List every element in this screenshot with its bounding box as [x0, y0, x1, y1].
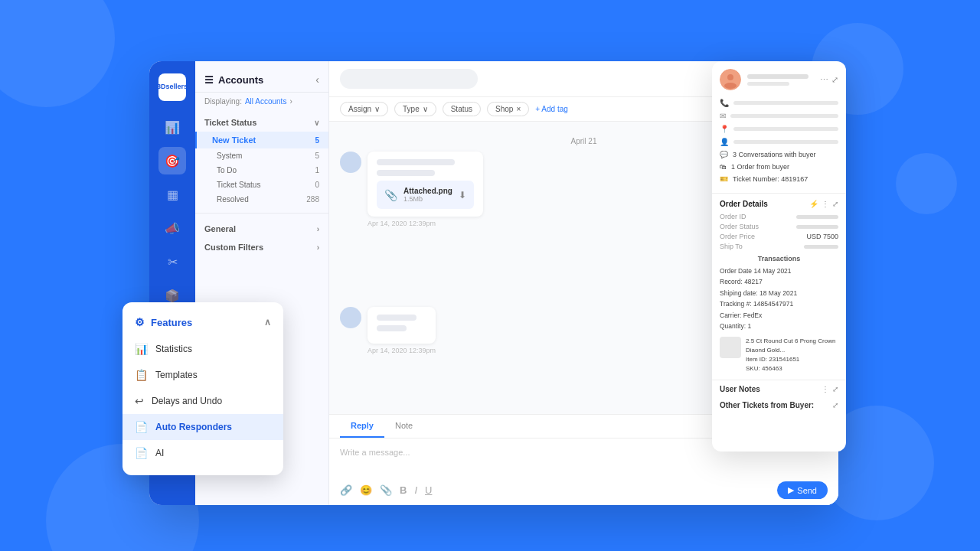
chevron-right-icon: › [317, 225, 319, 233]
reply-toolbar-icons: 🔗 😊 📎 B I U [340, 484, 432, 496]
contact-orders: 🛍 1 Order from buyer [720, 161, 838, 173]
bold-icon[interactable]: B [400, 484, 407, 496]
other-tickets-title: Other Tickets from Buyer: [720, 401, 814, 409]
ticket-icon: 🎫 [720, 175, 728, 183]
email-icon: ✉ [720, 112, 726, 120]
general-header[interactable]: General › [195, 220, 328, 238]
lightning-icon[interactable]: ⚡ [809, 200, 818, 208]
order-details-section: Order Details ⚡ ⋮ ⤢ Order ID Order Statu… [712, 194, 846, 380]
attachment-size: 1.5Mb [403, 195, 452, 203]
tab-note[interactable]: Note [384, 415, 423, 438]
feature-item-templates[interactable]: 📋 Templates [122, 362, 283, 388]
chevron-right-icon-2: › [317, 243, 319, 252]
sidebar-icon-table[interactable]: ▦ [158, 181, 186, 208]
features-chevron-icon[interactable]: ∧ [264, 317, 271, 328]
expand-icon[interactable]: ⤢ [831, 75, 838, 85]
close-icon-shop[interactable]: × [516, 105, 521, 113]
ticket-sub-todo[interactable]: To Do 1 [195, 163, 328, 178]
all-accounts-link[interactable]: All Accounts [245, 97, 286, 106]
contact-icons: ⋯ ⤢ [820, 75, 838, 85]
download-icon[interactable]: ⬇ [459, 190, 466, 201]
accounts-displaying: Displaying: All Accounts › [195, 93, 328, 110]
sidebar-icon-target[interactable]: 🎯 [158, 147, 186, 174]
contact-sub [747, 82, 789, 86]
ticket-sub-resolved[interactable]: Resolved 288 [195, 192, 328, 207]
accounts-icon: ☰ [204, 74, 214, 86]
sidebar-icon-megaphone[interactable]: 📣 [158, 214, 186, 242]
other-tickets-section: Other Tickets from Buyer: ⤢ [712, 398, 846, 412]
contact-name [747, 74, 808, 79]
product-thumbnail [720, 337, 741, 358]
status-filter[interactable]: Status [443, 102, 481, 116]
features-header: ⚙ Features ∧ [122, 311, 283, 336]
contact-person-row: 👤 [720, 135, 838, 148]
order-status-row: Order Status [720, 223, 838, 230]
assign-filter[interactable]: Assign ∨ [340, 102, 388, 116]
features-dropdown: ⚙ Features ∧ 📊 Statistics 📋 Templates ↩ … [122, 302, 283, 475]
user-notes-section: User Notes ⋮ ⤢ [712, 380, 846, 398]
general-section: General › Custom Filters › [195, 217, 328, 259]
italic-icon[interactable]: I [414, 484, 417, 496]
transactions-title: Transactions [720, 255, 838, 262]
attachment-name: Attached.png [403, 187, 452, 195]
order-id-row: Order ID [720, 213, 838, 220]
message-content-line [377, 315, 416, 321]
collapse-button[interactable]: ‹ [315, 73, 319, 86]
emoji-icon[interactable]: 😊 [360, 484, 372, 496]
other-tickets-expand[interactable]: ⤢ [832, 401, 838, 409]
contact-ticket-number: 🎫 Ticket Number: 4819167 [720, 173, 838, 185]
feature-item-statistics[interactable]: 📊 Statistics [122, 336, 283, 362]
underline-icon[interactable]: U [425, 484, 432, 496]
ticket-sub-system[interactable]: System 5 [195, 148, 328, 163]
accounts-title: ☰ Accounts [204, 74, 263, 86]
user-notes-title: User Notes [720, 385, 760, 393]
message-time: Apr 14, 2020 12:39pm [368, 347, 436, 354]
add-tag-button[interactable]: + Add tag [535, 105, 568, 113]
product-info: 2.5 Ct Round Cut 6 Prong Crown Diaond Go… [746, 337, 838, 373]
attachment-box: 📎 Attached.png 1.5Mb ⬇ [377, 181, 474, 209]
sidebar-icon-tools[interactable]: ✂ [158, 248, 186, 276]
feature-item-ai[interactable]: 📄 AI [122, 440, 283, 466]
product-row: 2.5 Ct Round Cut 6 Prong Crown Diaond Go… [720, 337, 838, 373]
delays-icon: ↩ [135, 395, 144, 407]
app-logo: 3Dsellers [158, 73, 186, 101]
templates-icon: 📋 [135, 369, 148, 381]
features-icon: ⚙ [135, 316, 145, 328]
search-bar[interactable] [340, 69, 478, 89]
message-content-line [377, 325, 407, 331]
reply-toolbar: 🔗 😊 📎 B I U ▶ Send [329, 477, 838, 505]
type-filter[interactable]: Type ∨ [394, 102, 436, 116]
expand-icon-2[interactable]: ⤢ [832, 200, 838, 208]
accounts-header: ☰ Accounts ‹ [195, 61, 328, 93]
shop-filter[interactable]: Shop × [487, 102, 529, 116]
more-icon-2[interactable]: ⋮ [822, 200, 829, 208]
contact-avatar [720, 69, 741, 90]
paperclip-icon[interactable]: 📎 [380, 484, 392, 496]
custom-filters-header[interactable]: Custom Filters › [195, 238, 328, 256]
message-content-line [377, 159, 455, 165]
message-time: Apr 14, 2020 12:39pm [368, 220, 483, 227]
chevron-down-icon: ∨ [314, 119, 319, 127]
order-details-title: Order Details [720, 200, 768, 208]
send-icon: ▶ [788, 485, 794, 495]
avatar [340, 152, 361, 173]
contact-email-row: ✉ [720, 109, 838, 122]
ticket-sub-status[interactable]: Ticket Status 0 [195, 178, 328, 192]
expand-icon-3[interactable]: ⤢ [832, 385, 838, 393]
feature-item-delays[interactable]: ↩ Delays and Undo [122, 388, 283, 414]
more-icon-3[interactable]: ⋮ [822, 385, 829, 393]
location-icon: 📍 [720, 125, 729, 133]
feature-item-autoresponders[interactable]: 📄 Auto Responders [122, 414, 283, 440]
tab-reply[interactable]: Reply [340, 415, 384, 438]
more-icon[interactable]: ⋯ [820, 75, 828, 85]
contact-card: ⋯ ⤢ 📞 ✉ 📍 👤 💬 3 Conversations with buyer… [712, 61, 846, 194]
link-icon[interactable]: 🔗 [340, 484, 352, 496]
phone-icon: 📞 [720, 99, 729, 107]
send-button[interactable]: ▶ Send [777, 481, 828, 499]
ticket-status-section: Ticket Status ∨ New Ticket 5 System 5 To… [195, 110, 328, 210]
ticket-status-header[interactable]: Ticket Status ∨ [195, 113, 328, 132]
ticket-item-new[interactable]: New Ticket 5 [195, 132, 328, 148]
chevron-down-icon-assign: ∨ [374, 105, 380, 113]
sidebar-icon-chart[interactable]: 📊 [158, 113, 186, 141]
order-price-row: Order Price USD 7500 [720, 233, 838, 240]
